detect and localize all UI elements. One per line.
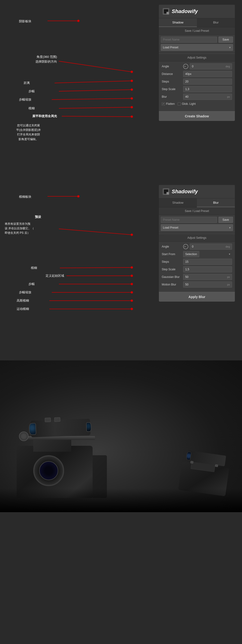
step-scale-label: Step Scale [162, 88, 183, 91]
flatten-checkbox-label[interactable]: ✓ Flatten [162, 102, 175, 106]
blur-angle-label: Angle [162, 245, 183, 248]
mount-screw-2 [215, 464, 218, 467]
camera-group-left [10, 432, 109, 498]
annotation-gaussian: 高斯模糊 [17, 298, 29, 303]
annotation-blur-panel: 模糊板块 [19, 194, 31, 199]
svg-point-22 [131, 283, 133, 285]
distance-value-box[interactable]: 40px [183, 71, 232, 77]
bottom-shadow-overlay [0, 488, 242, 512]
svg-point-0 [77, 20, 80, 22]
blur-value-box[interactable]: 40 px [183, 94, 232, 100]
motion-blur-unit: px [227, 283, 230, 286]
blur-tab-bar: Shadow Blur [159, 198, 235, 208]
angle-unit: deg [226, 65, 230, 68]
blur-steps-value-box[interactable]: 15 [183, 259, 232, 265]
create-shadow-button[interactable]: Create Shadow [159, 111, 235, 121]
glob-light-checkbox-label[interactable]: Glob. Light [178, 102, 196, 106]
svg-line-5 [55, 81, 131, 83]
svg-point-6 [131, 88, 133, 91]
camera-top-hump [33, 439, 71, 452]
gaussian-blur-value-box[interactable]: 50 px [183, 274, 232, 280]
annotation-preset-detail: 将所有设置另存为预设 并在以后加载它。（ 即使在关闭 PS 后） [5, 222, 57, 236]
glob-light-checkbox[interactable] [178, 102, 181, 106]
tab-blur[interactable]: Blur [197, 18, 235, 27]
svg-line-17 [59, 229, 131, 235]
blur-tab-blur[interactable]: Blur [197, 198, 235, 207]
steps-value-box[interactable]: 20 [183, 78, 232, 85]
annotation-start-from: 定义起始区域 [12, 274, 64, 278]
blur-load-preset-select[interactable]: Load Preset [161, 224, 233, 231]
apply-blur-button[interactable]: Apply Blur [159, 292, 235, 302]
shadow-tab-bar: Shadow Blur [159, 18, 235, 27]
blur-panel: Shadowify Shadow Blur Save / Load Preset… [159, 185, 235, 302]
blur-tab-shadow[interactable]: Shadow [159, 198, 197, 207]
blur-angle-value-box[interactable]: 0 deg [190, 244, 232, 250]
app-icon [163, 8, 169, 15]
angle-value: 0 [192, 65, 194, 68]
blur-step-scale-value: 1,5 [185, 268, 189, 271]
step-scale-value-box[interactable]: 1,3 [183, 86, 232, 92]
steps-label: Steps [162, 80, 183, 83]
svg-line-11 [59, 107, 131, 108]
angle-icon[interactable] [183, 64, 188, 69]
blur-row: Blur 40 px [162, 94, 232, 100]
blur-angle-row: Angle 0 deg [162, 244, 232, 250]
blur-angle-unit: deg [226, 245, 230, 248]
steps-row: Steps 20 [162, 78, 232, 85]
svg-line-9 [52, 98, 131, 100]
blur-step-scale-label: Step Scale [162, 268, 183, 271]
start-from-row: Start From Selection [162, 251, 232, 257]
preset-name-input[interactable] [161, 36, 217, 43]
motion-blur-value-box[interactable]: 50 px [183, 282, 232, 288]
svg-point-2 [131, 71, 133, 73]
tab-shadow[interactable]: Shadow [159, 18, 197, 27]
scope-lens-front [29, 423, 36, 435]
shadow-panel: Shadowify Shadow Blur Save / Load Preset… [159, 5, 235, 121]
annotation-blur-label: 模糊 [31, 266, 37, 270]
blur-load-preset-select-wrapper: Load Preset [161, 224, 233, 231]
steps-value: 20 [185, 80, 188, 83]
save-button[interactable]: Save [218, 36, 233, 43]
svg-point-28 [131, 308, 133, 310]
svg-point-12 [131, 116, 133, 118]
annotation-distance: 距离 [24, 80, 30, 85]
motion-blur-row: Motion Blur 50 px [162, 282, 232, 288]
blur-step-scale-row: Step Scale 1,5 [162, 266, 232, 272]
flatten-row: ✓ Flatten Glob. Light [162, 101, 232, 106]
blur-preset-name-input[interactable] [161, 217, 217, 223]
load-preset-select[interactable]: Load Preset [161, 44, 233, 51]
blur-adjust-section-header: Adjust Settings [159, 234, 235, 242]
preset-row: Save [161, 36, 233, 43]
shadow-adjust-area: Angle 0 deg Distance 40px Steps 20 [159, 62, 235, 110]
gaussian-blur-label: Gaussian Blur [162, 275, 183, 278]
blur-steps-label: Steps [162, 260, 183, 264]
blur-panel-title: Shadowify [172, 188, 198, 195]
gaussian-blur-unit: px [227, 276, 230, 278]
blur-steps-value: 15 [185, 260, 188, 264]
blur-preset-row: Save [161, 217, 233, 223]
step-scale-row: Step Scale 1,3 [162, 86, 232, 92]
svg-point-10 [131, 106, 133, 108]
flatten-checkbox[interactable]: ✓ [162, 102, 165, 106]
motion-blur-label: Motion Blur [162, 283, 183, 286]
small-scope-lens [186, 452, 191, 460]
blur-angle-icon[interactable] [183, 244, 188, 249]
start-from-select[interactable]: Selection [183, 251, 199, 257]
blur-step-scale-value-box[interactable]: 1,5 [183, 266, 232, 272]
lens-inner [39, 461, 58, 480]
svg-point-18 [131, 266, 133, 269]
annotation-motion: 运动模糊 [17, 306, 29, 311]
svg-line-3 [59, 61, 131, 72]
angle-value-box[interactable]: 0 deg [190, 63, 232, 70]
scope-knob-1 [45, 418, 51, 422]
annotation-step-scale: 步幅缩放 [19, 97, 31, 102]
angle-row: Angle 0 deg [162, 63, 232, 70]
svg-point-20 [131, 274, 133, 277]
svg-line-19 [60, 268, 131, 268]
annotation-angle: 角度(360 范围)选择阴影的方向 [10, 54, 57, 64]
blur-label: Blur [162, 95, 183, 98]
motion-blur-value: 50 [185, 283, 188, 286]
blur-adjust-area: Angle 0 deg Start From Selection Steps [159, 242, 235, 291]
blur-save-button[interactable]: Save [218, 217, 233, 223]
blur-preset-section-header: Save / Load Preset [159, 208, 235, 215]
